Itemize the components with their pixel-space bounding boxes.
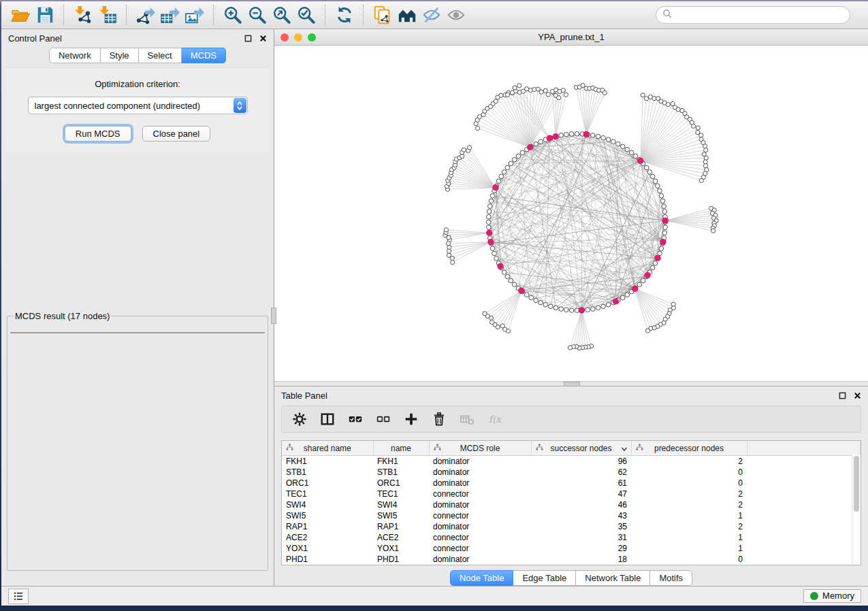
optimization-label: Optimization criterion: <box>5 79 270 89</box>
select-stepper-icon <box>234 98 246 113</box>
vertical-splitter-handle[interactable] <box>271 308 276 324</box>
close-panel-icon <box>259 35 267 42</box>
import-network-button[interactable] <box>71 3 95 27</box>
import-table-button[interactable] <box>95 3 120 27</box>
table-row[interactable]: ORC1ORC1dominator610 <box>282 478 861 489</box>
column-header-predecessor-nodes[interactable]: predecessor nodes <box>631 441 747 456</box>
control-panel-tabs: NetworkStyleSelectMCDS <box>1 48 274 63</box>
network-window: YPA_prune.txt_1 <box>274 29 868 381</box>
column-type-icon <box>434 444 441 451</box>
close-panel-icon[interactable] <box>259 35 267 42</box>
gear-icon <box>292 412 307 427</box>
node-table-container: shared namenameMCDS rolesuccessor nodesp… <box>281 440 861 565</box>
zoom-selected-icon <box>296 5 317 25</box>
first-neighbors-button[interactable] <box>395 3 419 27</box>
float-panel-icon[interactable] <box>244 35 252 42</box>
zoom-in-icon <box>223 5 243 25</box>
tab-style[interactable]: Style <box>101 48 139 63</box>
select-all-icon <box>348 412 363 427</box>
refresh-button[interactable] <box>332 3 357 27</box>
desktop-background: Control Panel NetworkStyleSelectMCDS Opt… <box>0 0 868 611</box>
table-row[interactable]: YOX1YOX1connector291 <box>282 543 861 554</box>
open-folder-button[interactable] <box>8 3 33 27</box>
tab-edge-table[interactable]: Edge Table <box>513 570 576 586</box>
tab-motifs[interactable]: Motifs <box>650 570 692 586</box>
run-mcds-button[interactable]: Run MCDS <box>65 126 131 142</box>
table-tabs: Node TableEdge TableNetwork TableMotifs <box>274 570 868 586</box>
tab-network-table[interactable]: Network Table <box>576 570 650 586</box>
table-row[interactable]: SWI5SWI5connector431 <box>282 510 861 521</box>
float-panel-icon[interactable] <box>839 392 846 399</box>
close-window-icon[interactable] <box>280 33 289 42</box>
table-panel: Table Panel f(x) shared namenameMCDS rol… <box>274 386 868 586</box>
horizontal-splitter[interactable] <box>274 381 868 386</box>
memory-button[interactable]: Memory <box>803 589 861 603</box>
tab-network[interactable]: Network <box>49 48 101 63</box>
zoom-out-button[interactable] <box>245 3 270 27</box>
control-panel-title: Control Panel <box>8 33 62 44</box>
open-folder-icon <box>10 5 31 25</box>
select-all-button[interactable] <box>348 412 363 427</box>
show-columns-button[interactable] <box>320 412 335 427</box>
export-network-button[interactable] <box>133 3 158 27</box>
delete-row-button[interactable] <box>432 412 447 427</box>
clone-network-button[interactable] <box>370 3 395 27</box>
search-input[interactable] <box>677 10 843 21</box>
network-canvas[interactable] <box>274 46 868 381</box>
column-header-successor-nodes[interactable]: successor nodes <box>531 441 631 456</box>
memory-status-icon <box>810 592 818 600</box>
minimize-window-icon[interactable] <box>294 33 302 42</box>
table-row[interactable]: PHD1PHD1dominator180 <box>282 554 861 565</box>
float-panel-icon <box>839 392 846 399</box>
optimization-selected-value: largest connected component (undirected) <box>35 101 201 111</box>
add-row-button[interactable] <box>404 412 419 427</box>
show-all-button[interactable] <box>444 3 468 27</box>
tab-mcds[interactable]: MCDS <box>182 48 226 63</box>
delete-table-icon <box>460 412 475 427</box>
gear-button[interactable] <box>292 412 307 427</box>
memory-label: Memory <box>822 591 854 601</box>
export-table-button[interactable] <box>158 3 182 27</box>
hide-selected-button[interactable] <box>419 3 444 27</box>
main-toolbar <box>1 1 868 29</box>
table-scrollbar[interactable] <box>852 455 861 565</box>
column-type-icon <box>286 444 293 451</box>
export-image-icon <box>184 5 205 25</box>
column-header-name[interactable]: name <box>373 441 429 456</box>
table-toolbar: f(x) <box>281 406 861 433</box>
tab-node-table[interactable]: Node Table <box>450 570 514 586</box>
table-row[interactable]: SWI4SWI4dominator462 <box>282 499 861 510</box>
network-graph[interactable] <box>274 46 868 381</box>
column-type-icon <box>536 444 543 451</box>
zoom-in-button[interactable] <box>221 3 245 27</box>
task-list-icon <box>12 590 25 602</box>
control-panel: Control Panel NetworkStyleSelectMCDS Opt… <box>1 29 274 586</box>
zoom-selected-button[interactable] <box>294 3 319 27</box>
splitter-handle[interactable] <box>564 382 580 386</box>
first-neighbors-icon <box>397 5 417 25</box>
column-header-MCDS-role[interactable]: MCDS role <box>429 441 531 456</box>
task-history-button[interactable] <box>8 589 29 604</box>
table-row[interactable]: ACE2ACE2connector311 <box>282 532 861 543</box>
function-button: f(x) <box>487 412 502 427</box>
zoom-fit-button[interactable] <box>270 3 294 27</box>
mcds-result-title: MCDS result (17 nodes) <box>14 311 111 321</box>
unselect-all-button[interactable] <box>376 412 391 427</box>
table-row[interactable]: TEC1TEC1connector472 <box>282 489 861 499</box>
table-row[interactable]: RAP1RAP1dominator352 <box>282 521 861 532</box>
table-row[interactable]: STB1STB1dominator620 <box>282 467 861 478</box>
function-icon: f(x) <box>487 412 502 427</box>
table-scrollbar-thumb[interactable] <box>854 456 859 512</box>
export-image-button[interactable] <box>182 3 207 27</box>
mcds-result-group: MCDS result (17 nodes) PHD1CAR1STP4TID3Y… <box>7 311 268 571</box>
table-row[interactable]: FKH1FKH1dominator962 <box>282 456 861 467</box>
close-panel-icon[interactable] <box>854 392 861 399</box>
column-header-shared-name[interactable]: shared name <box>282 441 373 456</box>
close-panel-button[interactable]: Close panel <box>142 126 211 142</box>
save-icon <box>35 5 55 25</box>
optimization-select[interactable]: largest connected component (undirected) <box>28 97 248 114</box>
tab-select[interactable]: Select <box>139 48 182 63</box>
maximize-window-icon[interactable] <box>308 33 316 42</box>
save-button[interactable] <box>33 3 57 27</box>
search-icon <box>662 9 673 22</box>
